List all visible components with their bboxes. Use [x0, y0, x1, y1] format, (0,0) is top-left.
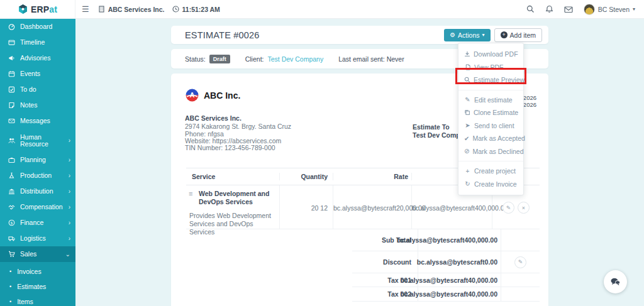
discount-row: Discount bc.alyssa@bytescraft0.00 ✎: [352, 251, 540, 273]
sidebar-item-messages[interactable]: Messages: [0, 113, 75, 129]
drag-handle-icon[interactable]: ≡: [189, 190, 192, 197]
handshake-icon: [8, 204, 15, 210]
add-item-button[interactable]: + Add item: [494, 28, 542, 42]
menu-item-edit-estimate[interactable]: ✎ Edit estimate: [458, 94, 523, 107]
caret-down-icon: ▾: [482, 32, 485, 38]
sidebar-subitem-items[interactable]: • Items: [0, 294, 75, 306]
sidebar-item-logistics[interactable]: Logistics ›: [0, 231, 75, 246]
app-logo[interactable]: ERPat: [0, 0, 75, 19]
page-title: ESTIMATE #0026: [185, 30, 444, 40]
sidebar-item-human-resource[interactable]: Human Resource ›: [0, 129, 75, 152]
cart-icon: [8, 251, 15, 258]
pencil-icon: ✎: [506, 205, 511, 211]
edit-row-button[interactable]: ✎: [502, 202, 514, 214]
calendar-icon: [8, 70, 15, 77]
sales-submenu: • Invoices • Estimates • Items: [0, 262, 75, 306]
gears-icon: ⚙: [450, 31, 455, 38]
check-square-icon: [8, 86, 15, 93]
bullet-icon: •: [9, 298, 11, 305]
edit-icon: ✎: [464, 96, 471, 103]
col-header-rate: Rate: [333, 173, 412, 180]
bullet-icon: •: [9, 268, 11, 275]
last-email-text: Last email sent: Never: [338, 55, 404, 63]
tax1-value: bc.alyssa@bytescraft40,000.00: [418, 273, 501, 287]
menu-item-mark-declined[interactable]: ⊘ Mark as Declined: [458, 145, 523, 158]
menu-item-create-invoice[interactable]: ↻ Create Invoice: [458, 178, 523, 191]
sidebar-item-planning[interactable]: Planning ›: [0, 152, 75, 168]
messages-envelope-icon[interactable]: [564, 6, 573, 13]
actions-button[interactable]: ⚙ Actions ▾: [444, 29, 490, 41]
svg-text:$: $: [10, 221, 13, 225]
user-menu[interactable]: BC Steven ▾: [584, 4, 635, 15]
actions-dropdown-menu: Download PDF View PDF Estimate Preview ✎…: [458, 43, 524, 195]
timeline-icon: [8, 39, 15, 46]
subtotal-row: Sub Total bc.alyssa@bytescraft400,000.00: [352, 229, 540, 251]
client-label: Client:: [245, 55, 264, 63]
service-rate: bc.alyssa@bytescraft20,000.00: [333, 185, 412, 229]
sidebar-subitem-estimates[interactable]: • Estimates: [0, 279, 75, 294]
caret-down-icon: ▾: [633, 6, 635, 12]
bank-icon: [8, 188, 15, 195]
menu-divider: [458, 161, 523, 161]
megaphone-icon: [8, 55, 15, 62]
notifications-bell-icon[interactable]: [545, 5, 553, 13]
sidebar: Dashboard Timeline Advisories Events To …: [0, 19, 75, 306]
menu-item-mark-accepted[interactable]: ✔ Mark as Accepted: [458, 132, 523, 145]
plus-circle-icon: +: [501, 31, 508, 38]
menu-item-send-to-client[interactable]: ➤ Send to client: [458, 119, 523, 133]
service-description: Provides Web Development Services and De…: [189, 212, 279, 236]
sidebar-toggle-icon[interactable]: ☰: [82, 4, 89, 14]
sidebar-subitem-invoices[interactable]: • Invoices: [0, 264, 75, 279]
status-badge: Draft: [209, 55, 230, 63]
sidebar-item-production[interactable]: Production ›: [0, 168, 75, 183]
erpat-logo-icon: [18, 4, 28, 14]
estimate-header-card: ESTIMATE #0026 ⚙ Actions ▾ + Add item: [171, 26, 548, 44]
company-name: ABC Services Inc.: [108, 6, 165, 13]
sidebar-item-compensation[interactable]: Compensation ›: [0, 199, 75, 215]
menu-item-estimate-preview[interactable]: Estimate Preview: [458, 74, 523, 87]
avatar: [584, 4, 595, 15]
menu-divider: [458, 90, 523, 90]
delete-row-button[interactable]: ×: [518, 202, 530, 214]
search-icon[interactable]: [526, 5, 535, 13]
client-link[interactable]: Test Dev Company: [267, 55, 323, 63]
chevron-down-icon: ⌄: [65, 251, 70, 258]
totals-block: Sub Total bc.alyssa@bytescraft400,000.00…: [352, 229, 540, 302]
sidebar-item-todo[interactable]: To do: [0, 82, 75, 97]
users-icon: [8, 137, 15, 144]
chevron-right-icon: ›: [69, 172, 70, 179]
sidebar-item-timeline[interactable]: Timeline: [0, 35, 75, 50]
company-info-name: ABC Services Inc.: [185, 115, 291, 122]
truck-icon: [8, 235, 15, 242]
chat-bubbles-icon: [610, 277, 621, 287]
company-switcher[interactable]: ABC Services Inc.: [98, 6, 165, 13]
user-name: BC Steven: [598, 6, 630, 13]
sidebar-item-sales[interactable]: Sales ⌄: [0, 246, 75, 262]
sidebar-item-dashboard[interactable]: Dashboard: [0, 19, 75, 35]
edit-discount-button[interactable]: ✎: [514, 256, 526, 268]
sidebar-item-distribution[interactable]: Distribution ›: [0, 183, 75, 199]
menu-item-download-pdf[interactable]: Download PDF: [458, 48, 523, 61]
dashboard-icon: [8, 23, 15, 30]
abc-logo-icon: A: [185, 88, 199, 102]
client-company-logo: A ABC Inc.: [185, 88, 240, 102]
menu-item-view-pdf[interactable]: View PDF: [458, 61, 523, 74]
col-header-quantity: Quantity: [280, 173, 333, 180]
refresh-icon: ↻: [464, 180, 471, 187]
logo-text: ABC Inc.: [204, 90, 240, 101]
current-time: 11:51:23 AM: [182, 6, 220, 13]
chevron-right-icon: ›: [69, 235, 70, 242]
tax1-row: Tax 001 bc.alyssa@bytescraft40,000.00: [352, 273, 540, 287]
sidebar-item-advisories[interactable]: Advisories: [0, 50, 75, 66]
tax2-value: bc.alyssa@bytescraft40,000.00: [418, 287, 501, 301]
menu-item-clone-estimate[interactable]: Clone Estimate: [458, 106, 523, 119]
sidebar-item-finance[interactable]: $ Finance ›: [0, 215, 75, 231]
sidebar-item-notes[interactable]: Notes: [0, 97, 75, 113]
discount-value: bc.alyssa@bytescraft0.00: [418, 251, 501, 273]
company-info-tin: TIN Number: 123-456-789-000: [185, 145, 291, 151]
chevron-right-icon: ›: [69, 204, 70, 210]
menu-item-create-project[interactable]: + Create project: [458, 165, 523, 178]
chat-button[interactable]: [604, 270, 627, 293]
bullet-icon: •: [9, 283, 11, 290]
sidebar-item-events[interactable]: Events: [0, 66, 75, 82]
